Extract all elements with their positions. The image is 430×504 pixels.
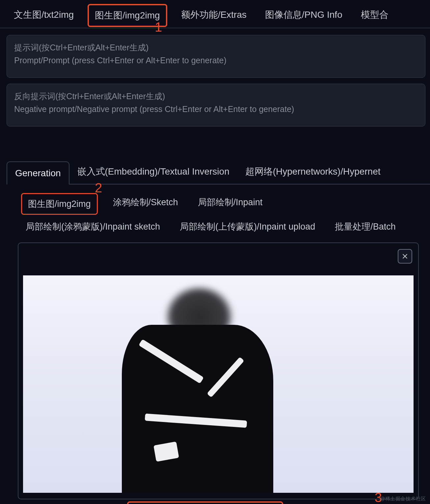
tab-txt2img[interactable]: 文生图/txt2img	[9, 3, 78, 28]
subtab-inpaint-upload[interactable]: 局部绘制(上传蒙版)/Inpaint upload	[175, 217, 320, 236]
subtab-batch[interactable]: 批量处理/Batch	[330, 217, 400, 236]
uploaded-image	[23, 275, 414, 493]
subtab-sketch[interactable]: 涂鸦绘制/Sketch	[108, 193, 183, 215]
close-image-button[interactable]	[398, 249, 412, 264]
tab-extras[interactable]: 额外功能/Extras	[176, 3, 251, 28]
top-tabs: 文生图/txt2img 图生图/img2img 额外功能/Extras 图像信息…	[0, 0, 430, 28]
prompt-placeholder-cn: 提示词(按Ctrl+Enter或Alt+Enter生成)	[14, 41, 418, 54]
prompts-area: 提示词(按Ctrl+Enter或Alt+Enter生成) Prompt/Prom…	[0, 28, 430, 126]
prompt-input[interactable]: 提示词(按Ctrl+Enter或Alt+Enter生成) Prompt/Prom…	[7, 35, 425, 78]
subtab-inpaint-sketch[interactable]: 局部绘制(涂鸦蒙版)/Inpaint sketch	[21, 217, 165, 236]
mid-tabs: Generation 嵌入式(Embedding)/Textual Invers…	[7, 159, 430, 184]
negative-placeholder-cn: 反向提示词(按Ctrl+Enter或Alt+Enter生成)	[14, 90, 418, 103]
tab-embedding[interactable]: 嵌入式(Embedding)/Textual Inversion	[69, 159, 237, 184]
tab-hypernet[interactable]: 超网络(Hypernetworks)/Hypernet	[237, 159, 389, 184]
prompt-placeholder-en: Prompt/Prompt (press Ctrl+Enter or Alt+E…	[14, 54, 418, 67]
negative-prompt-input[interactable]: 反向提示词(按Ctrl+Enter或Alt+Enter生成) Negative …	[7, 84, 425, 126]
watermark: @稀土掘金技术社区	[380, 496, 426, 502]
sub-tabs: 图生图/img2img 涂鸦绘制/Sketch 局部绘制/Inpaint 局部绘…	[7, 184, 430, 240]
subtab-inpaint[interactable]: 局部绘制/Inpaint	[193, 193, 267, 215]
image-drop-area[interactable]: 3	[18, 242, 419, 499]
tab-png-info[interactable]: 图像信息/PNG Info	[260, 3, 347, 28]
mid-tabs-wrap: Generation 嵌入式(Embedding)/Textual Invers…	[0, 126, 430, 499]
tab-img2img[interactable]: 图生图/img2img	[88, 4, 167, 27]
tab-model-merge[interactable]: 模型合	[356, 3, 393, 28]
annotation-box-3	[127, 501, 283, 504]
tab-generation[interactable]: Generation	[7, 161, 69, 184]
subtab-img2img[interactable]: 图生图/img2img	[21, 193, 98, 215]
close-icon	[402, 253, 408, 260]
negative-placeholder-en: Negative prompt/Negative prompt (press C…	[14, 103, 418, 116]
